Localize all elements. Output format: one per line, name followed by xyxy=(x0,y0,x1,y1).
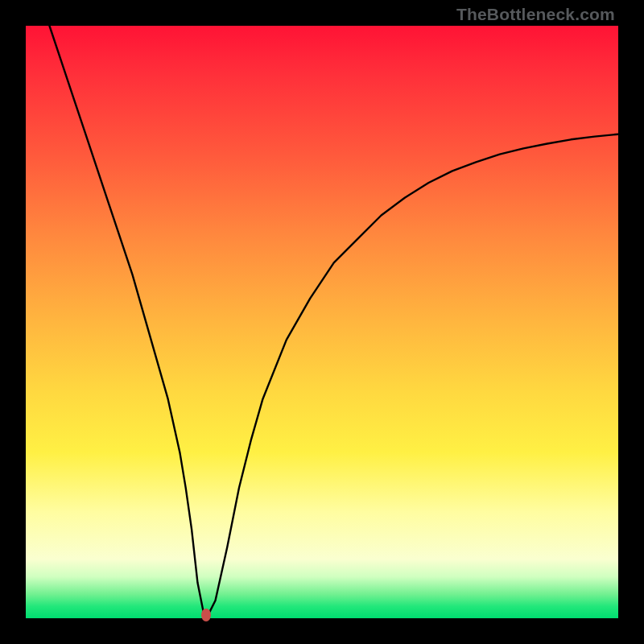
optimum-marker xyxy=(201,609,211,621)
plot-area xyxy=(26,26,618,618)
attribution-text: TheBottleneck.com xyxy=(456,5,615,24)
chart-frame: TheBottleneck.com xyxy=(0,0,644,644)
bottleneck-curve xyxy=(26,26,618,618)
